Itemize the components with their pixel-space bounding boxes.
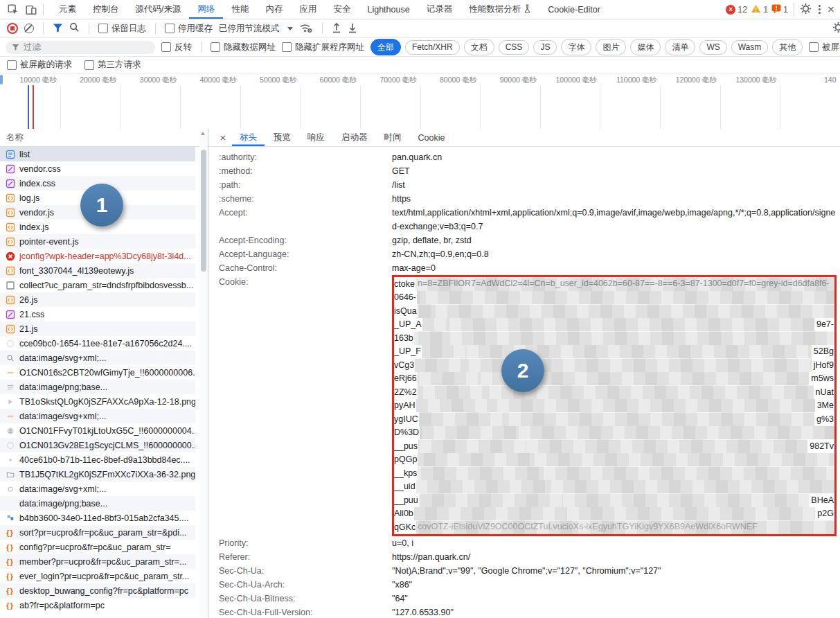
filter-chip-2[interactable]: 文档 [464,39,494,55]
devtools-tab-6[interactable]: 应用 [291,0,325,19]
overview-drag-handle[interactable] [0,75,3,85]
devtools-tab-11[interactable]: Cookie-Editor [539,0,609,19]
network-settings-gear-icon[interactable] [832,21,840,35]
issues-badge[interactable]: 1 [771,4,788,15]
export-har-icon[interactable] [348,22,357,35]
request-row[interactable]: pointer-event.js [0,234,195,249]
request-row[interactable]: data:image/png;base... [0,380,195,394]
request-row[interactable]: O1CN013Gv28E1gScycjCLMS_!!600000000... [0,438,195,452]
filter-chip-10[interactable]: Wasm [731,40,769,55]
request-row[interactable]: 21.css [0,307,195,321]
devtools-tab-0[interactable]: 元素 [51,0,84,19]
devtools-tab-8[interactable]: Lighthouse [359,0,418,19]
scrollbar-thumb[interactable] [201,150,206,272]
filter-chip-9[interactable]: WS [699,40,726,55]
request-row[interactable]: O1CN01FFvyT01kjLtoUxG5C_!!6000000004... [0,423,195,438]
filter-chip-1[interactable]: Fetch/XHR [405,40,460,55]
search-icon[interactable] [69,22,80,35]
warnings-badge[interactable]: 1 [751,4,768,15]
details-tab-4[interactable]: 时间 [377,129,409,146]
request-row[interactable]: data:image/svg+xml;... [0,482,195,496]
errors-badge[interactable]: × 12 [726,5,747,15]
devtools-tab-1[interactable]: 控制台 [84,0,127,19]
close-devtools-icon[interactable]: × [828,3,834,15]
request-row[interactable]: {}member?pr=ucpro&fr=pc&uc_param_str=... [0,554,195,569]
request-row[interactable]: {}ab?fr=pc&platform=pc [0,598,195,612]
details-tab-5[interactable]: Cookie [411,129,453,146]
details-tab-3[interactable]: 启动器 [334,129,375,146]
request-row[interactable]: {}ever_login?pr=ucpro&fr=pc&uc_param_str… [0,569,195,583]
devtools-tab-10[interactable]: 性能数据分析 [461,0,539,19]
inspect-element-icon[interactable] [4,1,22,19]
close-details-icon[interactable]: × [215,132,231,143]
disable-cache-checkbox[interactable]: 停用缓存 [165,23,213,35]
throttling-select[interactable]: 已停用节流模式 [219,23,293,35]
request-row[interactable]: 40ce61b0-b71b-11ec-8bef-d9a13bbd84ec.... [0,452,195,467]
invert-filter-checkbox[interactable]: 反转 [161,42,192,53]
devtools-tab-7[interactable]: 安全 [325,0,359,19]
filter-chip-11[interactable]: 其他 [772,39,803,55]
filter-chip-8[interactable]: 清单 [665,39,695,55]
scroll-up-icon[interactable] [201,132,205,135]
devtools-tab-4[interactable]: 性能 [223,0,257,19]
request-row[interactable]: {}config?pr=ucpro&fr=pc&uc_param_str= [0,540,195,554]
details-tab-0[interactable]: 标头 [232,129,265,146]
filter-chip-5[interactable]: 字体 [561,39,591,55]
devtools-tab-9[interactable]: 记录器 [418,0,461,19]
timeline-gridline [480,85,481,129]
request-row[interactable]: jconfig?wpk-header=app%3Dcy68jy8t-3i4d..… [0,249,195,263]
request-row[interactable]: {}desktop_buwang_config?fr=pc&platform=p… [0,583,195,598]
request-list-scrollbar[interactable] [199,130,207,617]
request-row[interactable]: data:image/svg+xml;... [0,351,195,365]
request-row[interactable]: vendor.css [0,161,195,176]
request-row[interactable]: collect?uc_param_str=dndsfrpfbibdosvessb… [0,278,195,292]
filter-funnel-icon[interactable] [53,23,63,35]
filter-chip-0[interactable]: 全部 [370,39,401,55]
filter-chip-6[interactable]: 图片 [596,39,626,55]
more-options-icon[interactable] [819,5,821,14]
settings-gear-icon[interactable] [800,3,812,17]
img-dash-icon [5,411,15,421]
devtools-tab-3[interactable]: 网络 [189,0,223,19]
third-party-requests-checkbox[interactable]: 第三方请求 [84,59,141,71]
filter-input[interactable]: 过滤 [6,41,155,54]
filter-chip-3[interactable]: CSS [499,40,530,55]
devtools-tab-5[interactable]: 内存 [257,0,291,19]
filter-chip-4[interactable]: JS [533,40,557,55]
request-row[interactable]: cce09bc0-1654-11ee-81e7-a167056c2d24.... [0,336,195,351]
blocked-requests-checkbox[interactable]: 被屏蔽的请求 [7,59,72,71]
request-row[interactable]: {}sort?pr=ucpro&fr=pc&uc_param_str=&pdi.… [0,525,195,540]
cookie-line: Ali0bp2G [394,507,834,521]
blocked-response-cookies-checkbox[interactable]: 被屏蔽的响应 Cookie [809,42,840,53]
hide-data-urls-checkbox[interactable]: 隐藏数据网址 [211,42,276,53]
details-tab-1[interactable]: 预览 [266,129,298,146]
request-row[interactable]: TB1oSkstQL0gK0jSZFAXXcA9pXa-12-18.png [0,394,195,409]
img-circle-icon [5,484,15,494]
clear-network-log-icon[interactable] [24,24,34,33]
request-row[interactable]: O1CN016s2CBT20wfGimyTje_!!6000000006... [0,365,195,380]
request-row[interactable]: b4bb3600-34e0-11ed-8bf3-015ab2cfa345.... [0,511,195,525]
network-overview-timeline[interactable]: 10000 毫秒20000 毫秒30000 毫秒40000 毫秒50000 毫秒… [0,73,840,130]
request-row[interactable]: data:image/png;base... [0,496,195,511]
hide-extension-urls-checkbox[interactable]: 隐藏扩展程序网址 [282,42,364,53]
preserve-log-checkbox[interactable]: 保留日志 [98,23,146,35]
network-conditions-icon[interactable] [299,22,313,35]
details-tab-2[interactable]: 响应 [300,129,332,146]
request-row[interactable]: font_3307044_4l139eotewy.js [0,263,195,278]
record-network-log-icon[interactable] [7,23,18,34]
request-row[interactable]: list [0,147,195,161]
request-row[interactable]: TB1J5Q7tKL2gK0jSZFmXXc7iXXa-36-32.png [0,467,195,482]
devtools-tab-2[interactable]: 源代码/来源 [127,0,190,19]
device-toolbar-icon[interactable] [22,1,40,19]
request-name: collect?uc_param_str=dndsfrpfbibdosvessb… [19,281,193,290]
header-value: pan.quark.cn [392,150,837,164]
script-icon [5,265,15,276]
timeline-tick-label: 110000 毫秒 [616,76,656,85]
request-row[interactable]: 21.js [0,321,195,336]
request-list-column-header[interactable]: 名称 [0,129,208,147]
request-row[interactable]: data:image/svg+xml;... [0,409,195,423]
tab-label: 记录器 [427,3,453,15]
request-row[interactable]: 26.js [0,292,195,307]
import-har-icon[interactable] [332,22,341,35]
filter-chip-7[interactable]: 媒体 [630,39,661,55]
